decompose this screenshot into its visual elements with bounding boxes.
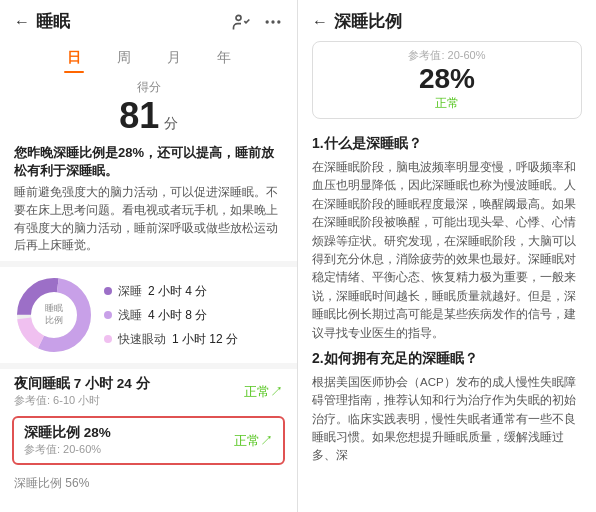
tab-week[interactable]: 周 <box>99 43 149 73</box>
left-header: ← 睡眠 <box>0 0 297 39</box>
left-panel: ← 睡眠 日 周 月 年 得分 81 分 您昨晚深 <box>0 0 298 512</box>
advice-highlight: 您昨晚深睡比例是28%，还可以提高，睡前放松有利于深睡眠。 <box>14 144 283 180</box>
night-sleep-status: 正常↗ <box>244 383 283 401</box>
left-header-left: ← 睡眠 <box>14 10 70 33</box>
back-button-right[interactable]: ← <box>312 13 328 31</box>
donut-chart: 睡眠 比例 <box>14 275 94 355</box>
deep-sleep-label: 深睡比例 28% <box>24 424 111 442</box>
tabs-row: 日 周 月 年 <box>0 39 297 73</box>
deep-sleep-box-row: 深睡比例 28% 参考值: 20-60% 正常↗ <box>24 424 273 457</box>
donut-center-label: 睡眠 比例 <box>45 304 63 327</box>
score-value-row: 81 分 <box>0 96 297 136</box>
legend-label-rem: 快速眼动 <box>118 331 166 348</box>
legend-item-rem: 快速眼动 1 小时 12 分 <box>104 331 238 348</box>
legend-value-rem: 1 小时 12 分 <box>172 331 238 348</box>
ref-value: 28% <box>313 63 581 95</box>
tab-day[interactable]: 日 <box>49 43 99 73</box>
section1-heading: 1.什么是深睡眠？ <box>312 135 582 153</box>
legend-item-deep: 深睡 2 小时 4 分 <box>104 283 238 300</box>
deep-sleep-highlighted-box[interactable]: 深睡比例 28% 参考值: 20-60% 正常↗ <box>12 416 285 465</box>
section1-text: 在深睡眠阶段，脑电波频率明显变慢，呼吸频率和血压也明显降低，因此深睡眠也称为慢波… <box>312 158 582 342</box>
more-icon[interactable] <box>263 12 283 32</box>
ref-status: 正常 <box>313 95 581 112</box>
ref-label: 参考值: 20-60% <box>313 48 581 63</box>
deep-sleep-box-info: 深睡比例 28% 参考值: 20-60% <box>24 424 111 457</box>
legend-label-deep: 深睡 <box>118 283 142 300</box>
night-sleep-ref: 参考值: 6-10 小时 <box>14 393 150 408</box>
legend-dot-rem <box>104 335 112 343</box>
score-label: 得分 <box>0 79 297 96</box>
legend-label-light: 浅睡 <box>118 307 142 324</box>
tab-year[interactable]: 年 <box>199 43 249 73</box>
deep-sleep-status: 正常↗ <box>234 432 273 450</box>
section2-heading: 2.如何拥有充足的深睡眠？ <box>312 350 582 368</box>
svg-point-2 <box>271 20 274 23</box>
chart-section: 睡眠 比例 深睡 2 小时 4 分 浅睡 4 小时 8 分 快速眼动 1 小时 … <box>0 267 297 363</box>
legend-value-light: 4 小时 8 分 <box>148 307 207 324</box>
legend-dot-deep <box>104 287 112 295</box>
left-header-icons <box>231 12 283 32</box>
svg-point-0 <box>236 15 241 20</box>
back-button-left[interactable]: ← <box>14 13 30 31</box>
svg-point-3 <box>277 20 280 23</box>
bottom-hint: 深睡比例 56% <box>0 471 297 496</box>
legend-dot-light <box>104 311 112 319</box>
score-unit: 分 <box>164 115 178 131</box>
score-number: 81 <box>119 95 159 136</box>
ref-value-box: 参考值: 20-60% 28% 正常 <box>312 41 582 119</box>
advice-section: 您昨晚深睡比例是28%，还可以提高，睡前放松有利于深睡眠。 睡前避免强度大的脑力… <box>0 138 297 262</box>
left-page-title: 睡眠 <box>36 10 70 33</box>
advice-body: 睡前避免强度大的脑力活动，可以促进深睡眠。不要在床上思考问题。看电视或者玩手机，… <box>14 184 283 255</box>
legend-list: 深睡 2 小时 4 分 浅睡 4 小时 8 分 快速眼动 1 小时 12 分 <box>104 283 238 348</box>
night-sleep-label: 夜间睡眠 7 小时 24 分 <box>14 375 150 393</box>
legend-item-light: 浅睡 4 小时 8 分 <box>104 307 238 324</box>
right-content: 1.什么是深睡眠？ 在深睡眠阶段，脑电波频率明显变慢，呼吸频率和血压也明显降低，… <box>298 127 596 512</box>
tab-month[interactable]: 月 <box>149 43 199 73</box>
right-header: ← 深睡比例 <box>298 0 596 41</box>
score-section: 得分 81 分 <box>0 73 297 138</box>
night-sleep-info: 夜间睡眠 7 小时 24 分 参考值: 6-10 小时 <box>14 375 150 408</box>
night-sleep-row: 夜间睡眠 7 小时 24 分 参考值: 6-10 小时 正常↗ <box>0 369 297 410</box>
deep-sleep-ref: 参考值: 20-60% <box>24 442 111 457</box>
section2-text: 根据美国医师协会（ACP）发布的成人慢性失眠障碍管理指南，推荐认知和行为治疗作为… <box>312 373 582 465</box>
right-page-title: 深睡比例 <box>334 10 402 33</box>
right-panel: ← 深睡比例 参考值: 20-60% 28% 正常 1.什么是深睡眠？ 在深睡眠… <box>298 0 596 512</box>
person-link-icon[interactable] <box>231 12 251 32</box>
legend-value-deep: 2 小时 4 分 <box>148 283 207 300</box>
svg-point-1 <box>266 20 269 23</box>
